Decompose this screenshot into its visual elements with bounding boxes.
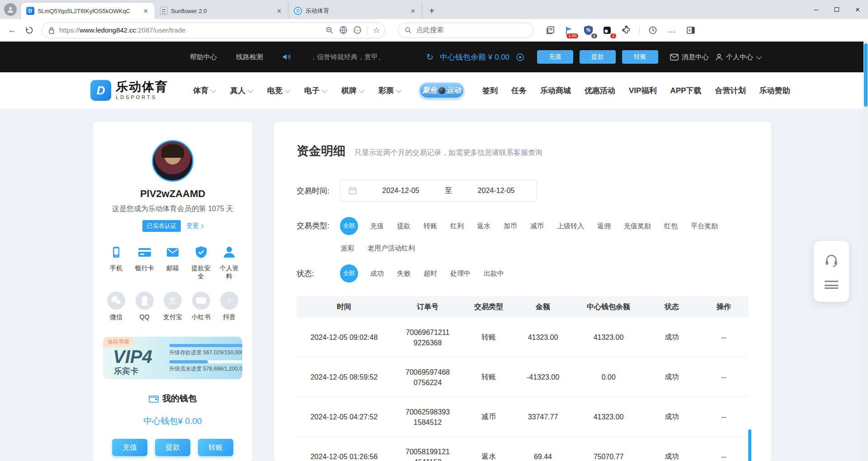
type-option[interactable]: 转账: [423, 218, 438, 234]
password-extension-icon[interactable]: 1: [601, 24, 613, 36]
type-option[interactable]: 全部: [340, 217, 358, 235]
browser-tab-1[interactable]: D 5LmQ5Yqo5L2T6IKyfOS5kOWKqC ✕: [21, 3, 155, 19]
personal-profile[interactable]: 个人资料: [217, 244, 241, 281]
nav-dropdown-item[interactable]: 棋牌: [341, 85, 363, 96]
type-option[interactable]: 返佣: [596, 218, 612, 234]
status-option[interactable]: 失败: [396, 266, 411, 282]
type-option[interactable]: 派彩: [340, 240, 355, 256]
page-scrollbar[interactable]: [863, 42, 868, 461]
nav-dropdown-item[interactable]: 电子: [304, 85, 326, 96]
browser-tab-2[interactable]: Sunflower 2.0 ✕: [155, 3, 288, 19]
topbar-transfer-button[interactable]: 转账: [622, 50, 658, 64]
browser-tab-3[interactable]: D 乐动体育 ✕: [288, 3, 422, 19]
phone-binding[interactable]: 手机: [104, 244, 128, 281]
nav-item[interactable]: 乐动赞助: [759, 85, 790, 96]
favorite-star-icon[interactable]: ☆: [373, 25, 380, 35]
translate-icon[interactable]: [339, 26, 348, 34]
flag-extension-icon[interactable]: 1.00: [563, 24, 575, 36]
status-option[interactable]: 处理中: [449, 266, 472, 282]
more-tools-icon[interactable]: [353, 26, 362, 34]
type-option[interactable]: 老用户活动红利: [367, 240, 416, 256]
status-option[interactable]: 成功: [369, 266, 385, 282]
eye-icon[interactable]: [516, 53, 524, 61]
table-scrollbar-thumb[interactable]: [748, 429, 751, 461]
nav-item[interactable]: VIP福利: [629, 85, 656, 96]
tab-close-icon[interactable]: ✕: [142, 8, 150, 14]
address-bar[interactable]: https://www.ledong842.cc:2087/user/trade…: [42, 22, 385, 38]
url-text[interactable]: https://www.ledong842.cc:2087/user/trade: [59, 26, 326, 34]
topbar-withdraw-button[interactable]: 提款: [580, 50, 616, 64]
change-link[interactable]: 变更: [186, 222, 203, 230]
status-option[interactable]: 全部: [340, 264, 358, 282]
bank-card-binding[interactable]: 银行卡: [132, 244, 157, 281]
customer-service-headset-icon[interactable]: [824, 254, 839, 268]
date-to-value[interactable]: 2024-12-05: [464, 187, 528, 195]
menu-hamburger-icon[interactable]: [825, 281, 838, 289]
wechat-binding[interactable]: 微信: [104, 292, 128, 321]
zoom-out-icon[interactable]: [326, 26, 334, 34]
lock-icon[interactable]: [48, 27, 55, 34]
alipay-binding[interactable]: 支 支付宝: [160, 292, 185, 321]
line-check-link[interactable]: 线路检测: [236, 53, 263, 61]
quick-search-box[interactable]: 点此搜索: [398, 23, 533, 38]
vip-level-card[interactable]: 当前等级 VIP4 乐宾卡 升级存款进度 567,029/150,000 升级流…: [103, 337, 242, 379]
avatar[interactable]: [152, 140, 193, 182]
personal-center-link[interactable]: 个人中心: [715, 53, 760, 61]
minimize-button[interactable]: ─: [806, 0, 826, 19]
extensions-puzzle-icon[interactable]: [620, 24, 632, 36]
shield-extension-icon[interactable]: % 2: [582, 24, 594, 36]
help-center-link[interactable]: 帮助中心: [190, 53, 217, 61]
type-option[interactable]: 返水: [476, 218, 491, 234]
type-option[interactable]: 充值奖励: [623, 218, 652, 234]
nav-item[interactable]: 优惠活动: [585, 85, 615, 96]
maximize-button[interactable]: [826, 0, 847, 19]
browser-profile-button[interactable]: [0, 0, 21, 19]
douyin-binding[interactable]: ♪ 抖音: [217, 292, 241, 321]
settings-more-icon[interactable]: …: [666, 24, 678, 36]
xiaohongshu-binding[interactable]: 小红书: [189, 292, 213, 321]
nav-item[interactable]: 签到: [482, 85, 498, 96]
member-days-text: 这是您成为乐动体育会员的第 1075 天: [93, 204, 252, 214]
refresh-button[interactable]: [22, 23, 37, 38]
new-tab-button[interactable]: +: [425, 4, 439, 18]
withdraw-safety[interactable]: 提款安全: [189, 244, 213, 281]
type-option[interactable]: 加币: [503, 218, 518, 234]
tab-close-icon[interactable]: ✕: [409, 8, 417, 14]
nav-dropdown-item[interactable]: 真人: [230, 85, 252, 96]
email-binding[interactable]: 邮箱: [160, 244, 185, 281]
withdraw-button[interactable]: 提款: [155, 439, 190, 456]
nav-item[interactable]: 合营计划: [715, 85, 745, 96]
nav-item[interactable]: APP下载: [670, 85, 701, 96]
tab-close-icon[interactable]: ✕: [275, 8, 283, 14]
page-scrollbar-thumb[interactable]: [864, 43, 868, 107]
transfer-button[interactable]: 转账: [198, 439, 233, 456]
type-option[interactable]: 充值: [369, 218, 385, 234]
type-option[interactable]: 减币: [529, 218, 545, 234]
focus-sport-button[interactable]: 聚焦运动: [419, 82, 464, 99]
history-icon[interactable]: [647, 24, 659, 36]
status-option[interactable]: 超时: [423, 266, 438, 282]
type-option[interactable]: 提款: [396, 218, 411, 234]
sidebar-panel-icon[interactable]: [685, 24, 697, 36]
date-from-value[interactable]: 2024-12-05: [368, 187, 433, 195]
nav-item[interactable]: 任务: [511, 85, 527, 96]
topbar-deposit-button[interactable]: 充值: [537, 50, 573, 64]
collections-icon[interactable]: [544, 24, 556, 36]
status-option[interactable]: 出款中: [483, 266, 505, 282]
deposit-button[interactable]: 充值: [112, 439, 147, 456]
date-range-picker[interactable]: 2024-12-05 至 2024-12-05: [340, 180, 537, 202]
type-option[interactable]: 上级转入: [556, 218, 585, 234]
close-window-button[interactable]: ✕: [847, 0, 868, 19]
qq-binding[interactable]: QQ: [132, 292, 157, 321]
nav-item[interactable]: 乐动商城: [540, 85, 571, 96]
type-option[interactable]: 红利: [449, 218, 465, 234]
type-option[interactable]: 平台奖励: [690, 218, 719, 234]
back-button[interactable]: ←: [5, 23, 20, 38]
nav-dropdown-item[interactable]: 彩票: [378, 85, 400, 96]
message-center-link[interactable]: 消息中心: [670, 53, 709, 61]
nav-dropdown-item[interactable]: 电竞: [267, 85, 289, 96]
site-logo[interactable]: D 乐动体育 LDSPORTS: [90, 80, 168, 101]
type-option[interactable]: 红包: [663, 218, 679, 234]
refresh-balance-icon[interactable]: ↻: [426, 52, 434, 62]
nav-dropdown-item[interactable]: 体育: [193, 85, 215, 96]
